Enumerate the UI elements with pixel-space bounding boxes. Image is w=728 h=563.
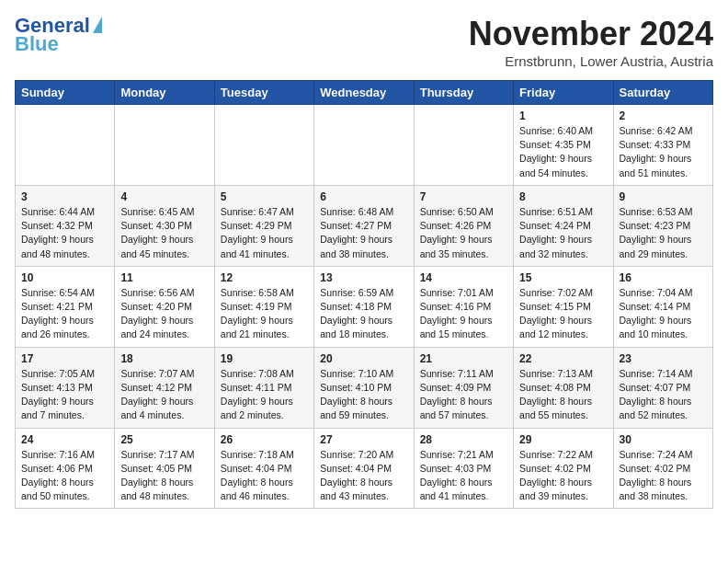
weekday-header-cell: Thursday [414,81,513,105]
day-number: 26 [221,433,308,446]
logo-triangle-icon [93,17,102,33]
calendar-cell [115,105,214,186]
weekday-header-row: SundayMondayTuesdayWednesdayThursdayFrid… [16,81,713,105]
calendar-cell: 16Sunrise: 7:04 AM Sunset: 4:14 PM Dayli… [613,266,712,347]
day-info: Sunrise: 7:13 AM Sunset: 4:08 PM Dayligh… [519,367,607,423]
day-info: Sunrise: 7:21 AM Sunset: 4:03 PM Dayligh… [420,448,507,504]
calendar-cell: 19Sunrise: 7:08 AM Sunset: 4:11 PM Dayli… [214,347,313,428]
day-number: 12 [221,271,308,284]
day-info: Sunrise: 6:54 AM Sunset: 4:21 PM Dayligh… [21,286,108,342]
calendar-cell [214,105,313,186]
day-info: Sunrise: 7:01 AM Sunset: 4:16 PM Dayligh… [420,286,507,342]
calendar-cell: 25Sunrise: 7:17 AM Sunset: 4:05 PM Dayli… [115,428,214,509]
day-number: 29 [519,433,607,446]
calendar-cell: 30Sunrise: 7:24 AM Sunset: 4:02 PM Dayli… [613,428,712,509]
day-number: 19 [221,352,308,365]
day-info: Sunrise: 6:51 AM Sunset: 4:24 PM Dayligh… [519,205,607,261]
calendar-cell [16,105,115,186]
weekday-header-cell: Monday [115,81,214,105]
day-info: Sunrise: 7:11 AM Sunset: 4:09 PM Dayligh… [420,367,507,423]
day-number: 24 [21,433,108,446]
calendar-cell: 8Sunrise: 6:51 AM Sunset: 4:24 PM Daylig… [514,185,613,266]
calendar-week-row: 17Sunrise: 7:05 AM Sunset: 4:13 PM Dayli… [16,347,713,428]
calendar-cell: 17Sunrise: 7:05 AM Sunset: 4:13 PM Dayli… [16,347,115,428]
calendar-cell: 23Sunrise: 7:14 AM Sunset: 4:07 PM Dayli… [613,347,712,428]
calendar-week-row: 1Sunrise: 6:40 AM Sunset: 4:35 PM Daylig… [16,105,713,186]
calendar-cell: 26Sunrise: 7:18 AM Sunset: 4:04 PM Dayli… [214,428,313,509]
calendar-cell: 2Sunrise: 6:42 AM Sunset: 4:33 PM Daylig… [613,105,712,186]
day-number: 4 [120,190,208,203]
day-info: Sunrise: 6:42 AM Sunset: 4:33 PM Dayligh… [620,124,707,180]
day-number: 10 [21,271,108,284]
day-number: 6 [320,190,407,203]
calendar-cell: 4Sunrise: 6:45 AM Sunset: 4:30 PM Daylig… [115,185,214,266]
calendar-cell: 9Sunrise: 6:53 AM Sunset: 4:23 PM Daylig… [613,185,712,266]
weekday-header-cell: Wednesday [314,81,414,105]
calendar-cell: 29Sunrise: 7:22 AM Sunset: 4:02 PM Dayli… [514,428,613,509]
day-info: Sunrise: 7:17 AM Sunset: 4:05 PM Dayligh… [120,448,208,504]
calendar-table: SundayMondayTuesdayWednesdayThursdayFrid… [15,80,713,509]
day-number: 18 [120,352,208,365]
day-info: Sunrise: 6:59 AM Sunset: 4:18 PM Dayligh… [320,286,407,342]
day-info: Sunrise: 7:08 AM Sunset: 4:11 PM Dayligh… [221,367,308,423]
weekday-header-cell: Sunday [16,81,115,105]
day-info: Sunrise: 7:24 AM Sunset: 4:02 PM Dayligh… [620,448,707,504]
day-info: Sunrise: 6:56 AM Sunset: 4:20 PM Dayligh… [120,286,208,342]
day-info: Sunrise: 6:48 AM Sunset: 4:27 PM Dayligh… [320,205,407,261]
day-info: Sunrise: 6:45 AM Sunset: 4:30 PM Dayligh… [120,205,208,261]
day-number: 20 [320,352,407,365]
calendar-body: 1Sunrise: 6:40 AM Sunset: 4:35 PM Daylig… [16,105,713,509]
day-info: Sunrise: 6:50 AM Sunset: 4:26 PM Dayligh… [420,205,507,261]
day-info: Sunrise: 7:14 AM Sunset: 4:07 PM Dayligh… [620,367,707,423]
day-number: 16 [620,271,707,284]
calendar-cell: 18Sunrise: 7:07 AM Sunset: 4:12 PM Dayli… [115,347,214,428]
day-number: 30 [620,433,707,446]
day-number: 1 [519,109,607,122]
day-number: 11 [120,271,208,284]
day-info: Sunrise: 7:10 AM Sunset: 4:10 PM Dayligh… [320,367,407,423]
day-info: Sunrise: 6:58 AM Sunset: 4:19 PM Dayligh… [221,286,308,342]
day-info: Sunrise: 6:47 AM Sunset: 4:29 PM Dayligh… [221,205,308,261]
day-number: 9 [620,190,707,203]
month-title: November 2024 [469,15,713,53]
calendar-week-row: 24Sunrise: 7:16 AM Sunset: 4:06 PM Dayli… [16,428,713,509]
calendar-cell: 21Sunrise: 7:11 AM Sunset: 4:09 PM Dayli… [414,347,513,428]
calendar-cell: 6Sunrise: 6:48 AM Sunset: 4:27 PM Daylig… [314,185,414,266]
day-number: 28 [420,433,507,446]
calendar-cell: 20Sunrise: 7:10 AM Sunset: 4:10 PM Dayli… [314,347,414,428]
weekday-header-cell: Tuesday [214,81,313,105]
day-number: 5 [221,190,308,203]
day-number: 25 [120,433,208,446]
day-info: Sunrise: 7:05 AM Sunset: 4:13 PM Dayligh… [21,367,108,423]
day-number: 15 [519,271,607,284]
day-number: 23 [620,352,707,365]
calendar-cell [414,105,513,186]
logo: General Blue [15,15,102,55]
day-number: 22 [519,352,607,365]
calendar-cell: 24Sunrise: 7:16 AM Sunset: 4:06 PM Dayli… [16,428,115,509]
calendar-cell: 13Sunrise: 6:59 AM Sunset: 4:18 PM Dayli… [314,266,414,347]
day-number: 2 [620,109,707,122]
day-info: Sunrise: 6:40 AM Sunset: 4:35 PM Dayligh… [519,124,607,180]
day-info: Sunrise: 7:16 AM Sunset: 4:06 PM Dayligh… [21,448,108,504]
calendar-week-row: 10Sunrise: 6:54 AM Sunset: 4:21 PM Dayli… [16,266,713,347]
day-info: Sunrise: 7:18 AM Sunset: 4:04 PM Dayligh… [221,448,308,504]
day-info: Sunrise: 7:07 AM Sunset: 4:12 PM Dayligh… [120,367,208,423]
day-number: 7 [420,190,507,203]
day-info: Sunrise: 7:02 AM Sunset: 4:15 PM Dayligh… [519,286,607,342]
calendar-cell: 7Sunrise: 6:50 AM Sunset: 4:26 PM Daylig… [414,185,513,266]
calendar-cell: 22Sunrise: 7:13 AM Sunset: 4:08 PM Dayli… [514,347,613,428]
calendar-cell: 1Sunrise: 6:40 AM Sunset: 4:35 PM Daylig… [514,105,613,186]
calendar-cell: 15Sunrise: 7:02 AM Sunset: 4:15 PM Dayli… [514,266,613,347]
calendar-week-row: 3Sunrise: 6:44 AM Sunset: 4:32 PM Daylig… [16,185,713,266]
day-number: 27 [320,433,407,446]
calendar-cell: 14Sunrise: 7:01 AM Sunset: 4:16 PM Dayli… [414,266,513,347]
day-number: 3 [21,190,108,203]
day-number: 13 [320,271,407,284]
day-info: Sunrise: 7:04 AM Sunset: 4:14 PM Dayligh… [620,286,707,342]
title-area: November 2024 Ernstbrunn, Lower Austria,… [469,15,713,69]
header-area: General Blue November 2024 Ernstbrunn, L… [15,15,713,69]
day-number: 8 [519,190,607,203]
calendar-cell: 12Sunrise: 6:58 AM Sunset: 4:19 PM Dayli… [214,266,313,347]
day-number: 14 [420,271,507,284]
